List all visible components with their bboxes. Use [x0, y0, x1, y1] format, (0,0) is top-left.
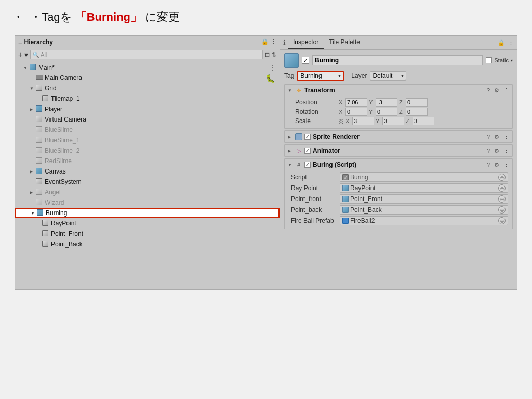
animator-help-icon[interactable]: ? [487, 148, 490, 154]
menu-tab-icon[interactable]: ⋮ [508, 39, 514, 46]
add-button[interactable]: + ▾ [18, 50, 28, 59]
object-icon-big [284, 53, 299, 68]
tree-item-virtual-camera[interactable]: Virtual Camera [15, 114, 280, 125]
fireball-target-btn[interactable]: ◎ [498, 217, 506, 224]
script-grid: Script # Buring ◎ Ray Point [285, 170, 512, 229]
animator-menu-icon[interactable]: ⋮ [503, 148, 509, 154]
buring-script-checkbox[interactable]: ✓ [304, 162, 311, 168]
rot-x-input[interactable] [345, 108, 367, 116]
buring-script-menu-icon[interactable]: ⋮ [503, 162, 509, 168]
transform-settings-icon[interactable]: ⚙ [494, 87, 499, 94]
animator-settings-icon[interactable]: ⚙ [494, 148, 499, 154]
scale-z-input[interactable] [413, 117, 434, 125]
point-front-obj-field: Point_Front ◎ [340, 194, 508, 204]
transform-actions: ? ⚙ ⋮ [487, 87, 509, 94]
tree-label-raypoint: RayPoint [51, 220, 76, 227]
tab-inspector[interactable]: Inspector [288, 36, 324, 49]
hierarchy-sort-icon[interactable]: ⇅ [272, 51, 276, 58]
tag-value: Burning [300, 72, 322, 79]
transform-help-icon[interactable]: ? [487, 87, 490, 94]
sprite-renderer-help-icon[interactable]: ? [487, 134, 490, 140]
tree-item-wizard[interactable]: Wizard [15, 197, 280, 208]
tree-item-raypoint[interactable]: RayPoint [15, 218, 280, 229]
pos-y-input[interactable] [376, 98, 397, 107]
tree-label-redslime: RedSlime [45, 157, 72, 165]
tree-item-burning[interactable]: Burning [15, 208, 280, 218]
tag-dropdown[interactable]: Burning ▼ [297, 71, 344, 81]
transform-title: Transform [304, 87, 485, 94]
cube-icon-angel [36, 189, 43, 196]
script-target-btn[interactable]: ◎ [498, 174, 506, 181]
component-sprite-renderer: ▶ ✓ Sprite Renderer ? ⚙ ⋮ [284, 130, 513, 143]
tree-item-redslime[interactable]: RedSlime [15, 156, 280, 166]
tab-tile-palette[interactable]: Tile Palette [324, 36, 365, 49]
static-checkbox[interactable] [486, 57, 492, 63]
tree-item-blueslime[interactable]: BlueSlime [15, 125, 280, 135]
script-value: Buring [350, 174, 368, 181]
tree-label-blueslime2: BlueSlime_2 [45, 147, 79, 154]
fireball-label: Fire Ball Prefab [291, 216, 338, 225]
rot-y-input[interactable] [376, 108, 397, 116]
animator-title: Animator [313, 147, 485, 154]
hierarchy-filter-icon[interactable]: ⊟ [265, 51, 270, 58]
sprite-renderer-header[interactable]: ▶ ✓ Sprite Renderer ? ⚙ ⋮ [285, 131, 512, 142]
layer-value: Default [373, 72, 392, 79]
point-back-target-btn[interactable]: ◎ [498, 206, 506, 214]
tree-dots-main[interactable]: ⋮ [269, 63, 276, 72]
tree-item-main-camera[interactable]: Main Camera 🐛 [15, 73, 280, 83]
sprite-renderer-checkbox[interactable]: ✓ [304, 134, 311, 140]
tree-item-tilemap1[interactable]: Tilemap_1 [15, 94, 280, 104]
animator-checkbox[interactable]: ✓ [304, 148, 311, 154]
pos-x-input[interactable] [345, 98, 367, 107]
sprite-renderer-actions: ? ⚙ ⋮ [487, 134, 509, 140]
buring-script-settings-icon[interactable]: ⚙ [494, 162, 499, 168]
checkbox-check: ✓ [303, 58, 308, 63]
component-buring-script: ▼ # ✓ Buring (Script) ? ⚙ ⋮ Script [284, 158, 513, 229]
transform-header[interactable]: ▼ ✤ Transform ? ⚙ ⋮ [285, 85, 512, 96]
script-field-label: Script [291, 172, 338, 182]
buring-script-help-icon[interactable]: ? [487, 162, 490, 168]
animator-icon: ▷ [295, 147, 302, 154]
sprite-renderer-arrow: ▶ [288, 135, 293, 139]
tree-item-blueslime1[interactable]: BlueSlime_1 [15, 135, 280, 145]
tree-label-blueslime1: BlueSlime_1 [45, 137, 79, 144]
static-row: Static ▾ [486, 57, 513, 63]
buring-script-header[interactable]: ▼ # ✓ Buring (Script) ? ⚙ ⋮ [285, 159, 512, 170]
sprite-renderer-settings-icon[interactable]: ⚙ [494, 134, 499, 140]
static-dropdown-arrow[interactable]: ▾ [511, 58, 513, 63]
scale-x-input[interactable] [352, 117, 374, 125]
pos-z-input[interactable] [406, 98, 428, 107]
tree-item-main[interactable]: Main* ⋮ [15, 62, 280, 73]
hierarchy-lock-icon[interactable]: 🔒 [261, 38, 269, 45]
sprite-renderer-icon [295, 133, 302, 140]
tree-item-blueslime2[interactable]: BlueSlime_2 [15, 145, 280, 156]
layer-dropdown[interactable]: Default ▼ [370, 71, 406, 81]
pos-z-axis: Z [399, 99, 404, 105]
tree-item-canvas[interactable]: Canvas [15, 166, 280, 177]
hierarchy-menu-icon[interactable]: ⋮ [271, 38, 276, 45]
scale-y-axis: Y [376, 118, 381, 124]
script-field-value: # Buring ◎ [340, 172, 508, 182]
lock-tab-icon[interactable]: 🔒 [498, 39, 505, 46]
tree-arrow-burning [31, 211, 37, 216]
transform-menu-icon[interactable]: ⋮ [503, 87, 509, 94]
tree-item-player[interactable]: Player [15, 104, 280, 114]
tree-label-point-front: Point_Front [51, 230, 83, 237]
inspector-panel: ℹ Inspector Tile Palette 🔒 ⋮ ✓ Static ▾ [280, 36, 517, 289]
tree-item-eventsystem[interactable]: EventSystem [15, 177, 280, 187]
hierarchy-tree: Main* ⋮ Main Camera 🐛 Grid [15, 61, 280, 289]
tree-item-grid[interactable]: Grid [15, 83, 280, 94]
tree-label-blueslime: BlueSlime [45, 126, 73, 134]
sprite-renderer-menu-icon[interactable]: ⋮ [503, 134, 509, 140]
rot-z-input[interactable] [406, 108, 428, 116]
ray-point-target-btn[interactable]: ◎ [498, 184, 506, 192]
animator-header[interactable]: ▶ ▷ ✓ Animator ? ⚙ ⋮ [285, 145, 512, 156]
rotation-values: X Y Z [339, 108, 508, 116]
tree-item-angel[interactable]: Angel [15, 187, 280, 197]
object-name-input[interactable] [312, 55, 483, 65]
point-front-target-btn[interactable]: ◎ [498, 195, 506, 203]
object-active-checkbox[interactable]: ✓ [302, 57, 309, 64]
tree-item-point-back[interactable]: Point_Back [15, 239, 280, 249]
tree-item-point-front[interactable]: Point_Front [15, 229, 280, 239]
scale-y-input[interactable] [382, 117, 404, 125]
